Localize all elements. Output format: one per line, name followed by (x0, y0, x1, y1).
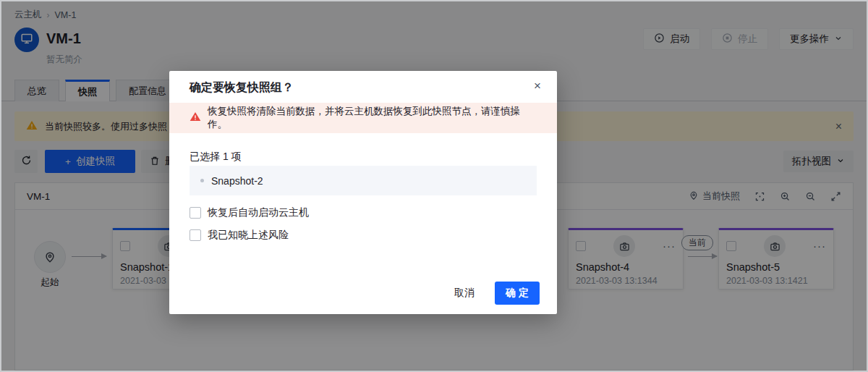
alert-triangle-icon (190, 111, 201, 125)
risk-ack-label: 我已知晓上述风险 (208, 229, 289, 242)
bullet-icon (200, 179, 204, 182)
selected-snapshot-name: Snapshot-2 (211, 175, 263, 187)
risk-ack-checkbox[interactable] (190, 229, 201, 241)
auto-start-label: 恢复后自动启动云主机 (208, 206, 309, 219)
restore-snapshot-modal: 确定要恢复快照组？ × 恢复快照将清除当前数据，并将云主机数据恢复到此快照节点，… (169, 71, 557, 314)
auto-start-checkbox-row[interactable]: 恢复后自动启动云主机 (190, 206, 309, 219)
alert-text: 恢复快照将清除当前数据，并将云主机数据恢复到此快照节点，请谨慎操作。 (208, 105, 537, 131)
selected-count-label: 已选择 1 项 (190, 151, 242, 164)
risk-ack-checkbox-row[interactable]: 我已知晓上述风险 (190, 229, 289, 242)
close-icon[interactable]: × (534, 80, 541, 92)
modal-warning-alert: 恢复快照将清除当前数据，并将云主机数据恢复到此快照节点，请谨慎操作。 (169, 103, 557, 133)
modal-title: 确定要恢复快照组？ (190, 80, 294, 96)
cancel-button[interactable]: 取消 (448, 282, 480, 304)
app-window: 云主机 › VM-1 VM-1 暂无简介 启动 停止 (0, 0, 868, 372)
selected-item-row: Snapshot-2 (190, 166, 537, 195)
auto-start-checkbox[interactable] (190, 207, 201, 219)
modal-footer: 取消 确 定 (448, 282, 540, 305)
confirm-button[interactable]: 确 定 (495, 282, 540, 305)
